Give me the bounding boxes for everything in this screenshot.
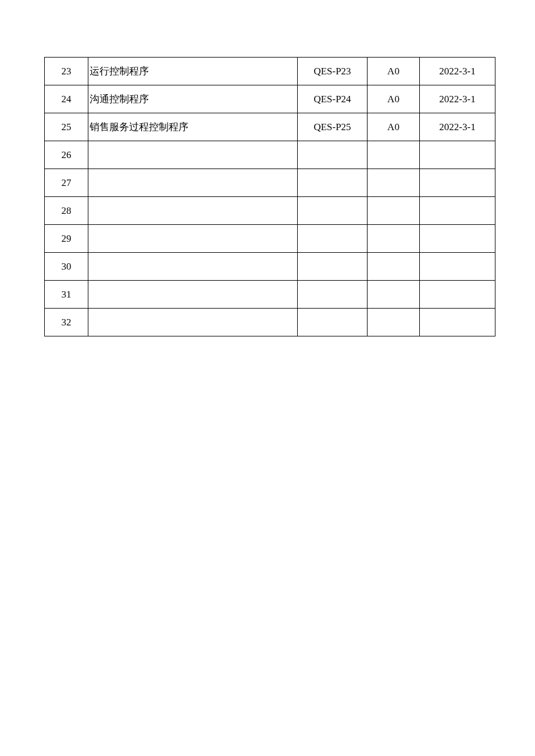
table-row: 29 [45, 225, 495, 253]
cell-version [368, 141, 420, 169]
table-row: 30 [45, 253, 495, 281]
cell-code: QES-P25 [298, 113, 368, 141]
cell-name [88, 281, 298, 309]
cell-name: 沟通控制程序 [88, 85, 298, 113]
cell-name [88, 141, 298, 169]
cell-number: 24 [45, 85, 88, 113]
cell-number: 30 [45, 253, 88, 281]
table-row: 23 运行控制程序 QES-P23 A0 2022-3-1 [45, 58, 495, 85]
cell-name [88, 197, 298, 225]
cell-code [298, 253, 368, 281]
cell-number: 28 [45, 197, 88, 225]
cell-number: 32 [45, 309, 88, 336]
cell-date [420, 309, 495, 336]
table-row: 32 [45, 309, 495, 336]
cell-code [298, 309, 368, 336]
table-row: 26 [45, 141, 495, 169]
cell-number: 31 [45, 281, 88, 309]
table-row: 25 销售服务过程控制程序 QES-P25 A0 2022-3-1 [45, 113, 495, 141]
cell-code: QES-P23 [298, 58, 368, 85]
cell-version [368, 197, 420, 225]
cell-code [298, 169, 368, 197]
cell-date [420, 169, 495, 197]
cell-code [298, 197, 368, 225]
cell-version: A0 [368, 113, 420, 141]
table-row: 31 [45, 281, 495, 309]
cell-version [368, 309, 420, 336]
cell-number: 29 [45, 225, 88, 253]
cell-code [298, 141, 368, 169]
cell-date [420, 141, 495, 169]
cell-number: 23 [45, 58, 88, 85]
cell-date: 2022-3-1 [420, 58, 495, 85]
cell-version [368, 225, 420, 253]
cell-code [298, 225, 368, 253]
cell-name [88, 309, 298, 336]
cell-date [420, 253, 495, 281]
cell-version [368, 281, 420, 309]
cell-number: 27 [45, 169, 88, 197]
cell-number: 25 [45, 113, 88, 141]
cell-number: 26 [45, 141, 88, 169]
cell-name [88, 169, 298, 197]
cell-date [420, 197, 495, 225]
cell-date [420, 281, 495, 309]
cell-version: A0 [368, 58, 420, 85]
cell-version [368, 253, 420, 281]
table-row: 28 [45, 197, 495, 225]
cell-version [368, 169, 420, 197]
cell-date: 2022-3-1 [420, 113, 495, 141]
table-row: 24 沟通控制程序 QES-P24 A0 2022-3-1 [45, 85, 495, 113]
cell-date: 2022-3-1 [420, 85, 495, 113]
procedure-table: 23 运行控制程序 QES-P23 A0 2022-3-1 24 沟通控制程序 … [44, 57, 495, 336]
cell-name: 运行控制程序 [88, 58, 298, 85]
cell-name [88, 253, 298, 281]
cell-code: QES-P24 [298, 85, 368, 113]
cell-code [298, 281, 368, 309]
cell-name: 销售服务过程控制程序 [88, 113, 298, 141]
cell-name [88, 225, 298, 253]
cell-date [420, 225, 495, 253]
table-row: 27 [45, 169, 495, 197]
cell-version: A0 [368, 85, 420, 113]
document-page: 23 运行控制程序 QES-P23 A0 2022-3-1 24 沟通控制程序 … [0, 0, 535, 336]
